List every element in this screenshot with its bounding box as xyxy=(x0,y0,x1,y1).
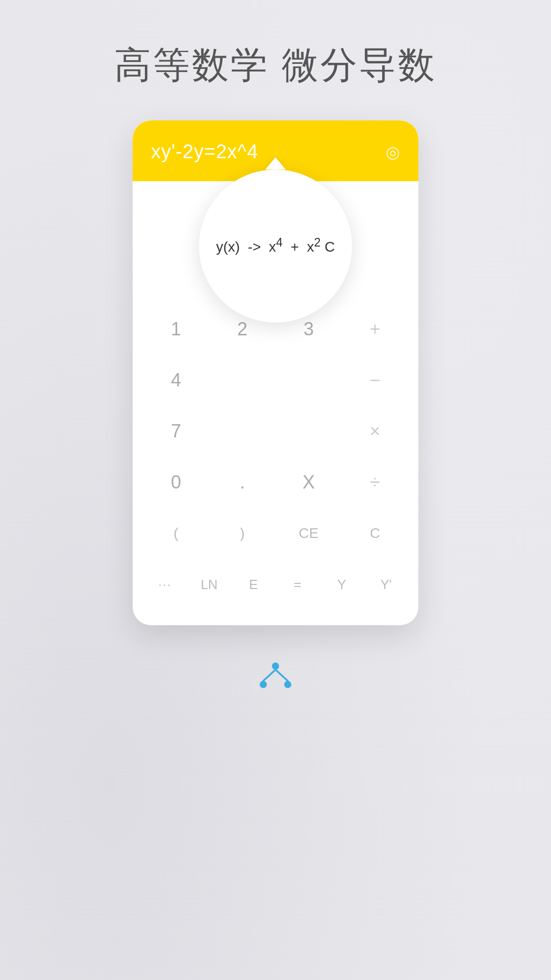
key-close-paren[interactable]: ) xyxy=(212,508,273,559)
result-bubble: y(x) -> x4 + x2 C xyxy=(199,169,352,323)
page-title: 高等数学 微分导数 xyxy=(114,41,437,90)
svg-line-3 xyxy=(263,670,276,681)
key-multiply[interactable]: × xyxy=(344,406,406,457)
key-1[interactable]: 1 xyxy=(145,304,207,355)
key-plus[interactable]: + xyxy=(344,304,406,355)
key-divide[interactable]: ÷ xyxy=(344,457,406,508)
key-0[interactable]: 0 xyxy=(145,457,207,508)
key-6[interactable] xyxy=(278,355,339,406)
key-dot[interactable]: . xyxy=(212,457,273,508)
key-8[interactable] xyxy=(212,406,273,457)
keypad: 1 2 3 + 4 − 7 × 0 . X ÷ ( ) CE C xyxy=(133,293,418,625)
keypad-row-3: 7 × xyxy=(143,406,408,457)
result-bubble-container: y(x) -> x4 + x2 C xyxy=(199,157,352,323)
key-open-paren[interactable]: ( xyxy=(145,508,207,559)
result-content: y(x) -> x4 + x2 C xyxy=(216,233,335,259)
bottom-bar xyxy=(255,656,296,699)
keypad-row-5: ( ) CE C xyxy=(143,508,408,559)
key-more[interactable]: ··· xyxy=(143,559,187,610)
svg-point-1 xyxy=(260,681,267,688)
key-4[interactable]: 4 xyxy=(145,355,207,406)
svg-line-4 xyxy=(276,670,288,681)
keypad-row-4: 0 . X ÷ xyxy=(143,457,408,508)
keypad-row-2: 4 − xyxy=(143,355,408,406)
calculator-card: xy'-2y=2x^4 ◎ y(x) -> x4 + x2 C 1 2 3 + … xyxy=(133,120,418,625)
svg-point-2 xyxy=(284,681,291,688)
key-x[interactable]: X xyxy=(278,457,339,508)
key-7[interactable]: 7 xyxy=(145,406,207,457)
svg-point-0 xyxy=(272,663,279,670)
key-minus[interactable]: − xyxy=(344,355,406,406)
key-5[interactable] xyxy=(212,355,273,406)
key-y[interactable]: Y xyxy=(320,559,364,610)
key-y-prime[interactable]: Y' xyxy=(364,559,408,610)
key-equals[interactable]: = xyxy=(276,559,320,610)
key-e[interactable]: E xyxy=(231,559,276,610)
key-ln[interactable]: LN xyxy=(187,559,232,610)
app-logo xyxy=(255,656,296,699)
keypad-row-6: ··· LN E = Y Y' xyxy=(143,559,408,610)
bubble-triangle xyxy=(265,157,286,169)
key-9[interactable] xyxy=(278,406,339,457)
eye-icon[interactable]: ◎ xyxy=(386,142,400,162)
key-ce[interactable]: CE xyxy=(278,508,339,559)
key-c[interactable]: C xyxy=(344,508,406,559)
